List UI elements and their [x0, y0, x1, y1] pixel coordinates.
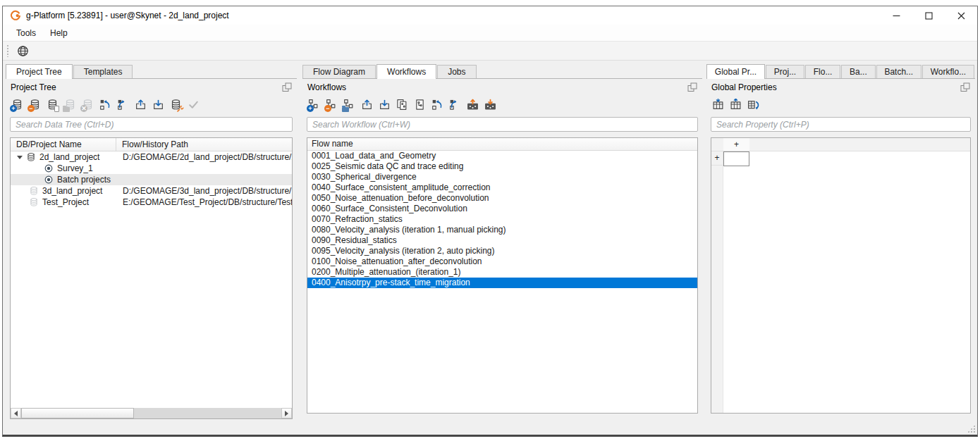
flow-name-column-header[interactable]: Flow name: [307, 138, 697, 151]
import-workflow-button[interactable]: [376, 97, 392, 113]
workflows-toolbar: + −: [302, 95, 702, 114]
global-properties-panel: Global Properties + +: [706, 78, 975, 422]
redo-button[interactable]: [447, 97, 463, 113]
paste-workflow-button[interactable]: [412, 97, 427, 113]
tree-row-3d-land-project[interactable]: 3d_land_project D:/GEOMAGE/3d_land_proje…: [11, 185, 292, 197]
empty-property-cell[interactable]: [723, 151, 749, 166]
search-data-tree-input[interactable]: [10, 117, 293, 132]
close-icon: [957, 12, 965, 20]
upload-workflow-button[interactable]: [465, 97, 480, 113]
remove-workflow-button[interactable]: −: [324, 97, 339, 113]
redo-button[interactable]: [115, 97, 130, 113]
apply-button[interactable]: [185, 97, 201, 113]
workflow-item[interactable]: 0050_Noise_attenuation_before_deconvolut…: [307, 193, 697, 204]
resize-grip[interactable]: [967, 425, 975, 433]
tree-item-label: 3d_land_project: [42, 186, 102, 196]
download-workflow-button[interactable]: [482, 97, 498, 113]
remove-database-button[interactable]: −: [27, 97, 42, 113]
tree-row-2d-land-project[interactable]: 2d_land_project D:/GEOMAGE/2d_land_proje…: [11, 151, 292, 163]
tab-batch-properties-1[interactable]: Ba...: [841, 65, 875, 78]
tab-global-properties[interactable]: Global Pr...: [706, 64, 765, 79]
undo-button[interactable]: [97, 97, 113, 113]
tree-row-survey-1[interactable]: Survey_1: [11, 163, 292, 174]
scroll-left-button[interactable]: [11, 408, 21, 418]
workflow-item[interactable]: 0070_Refraction_statics: [307, 214, 697, 225]
search-property-input[interactable]: [711, 117, 971, 132]
workflow-item[interactable]: 0040_Surface_consistent_amplitude_correc…: [307, 182, 697, 193]
workflow-search-row: [302, 114, 702, 134]
export-workflow-button[interactable]: [359, 97, 374, 113]
workflow-item[interactable]: 0025_Seismic data QC and trace editing: [307, 161, 697, 172]
add-row-button[interactable]: +: [711, 151, 723, 166]
tab-templates[interactable]: Templates: [73, 65, 133, 78]
export-properties-button[interactable]: [728, 97, 743, 113]
tab-flow-properties[interactable]: Flo...: [805, 65, 840, 78]
menu-help[interactable]: Help: [44, 26, 74, 40]
close-button[interactable]: [945, 6, 977, 25]
panel-title: Global Properties: [711, 82, 777, 92]
tree-search-row: [6, 114, 297, 134]
database-closed-icon: [29, 197, 39, 207]
scroll-right-button[interactable]: [281, 408, 292, 418]
expander-icon[interactable]: [17, 156, 23, 159]
maximize-button[interactable]: [912, 6, 945, 25]
paste-workflow-icon: [414, 99, 426, 111]
menu-tools[interactable]: Tools: [10, 26, 42, 40]
redo-icon: [449, 99, 461, 111]
tab-project-properties[interactable]: Proj...: [766, 65, 804, 78]
workflow-item[interactable]: 0030_Spherical_divergence: [307, 172, 697, 182]
menu-bar: Tools Help: [3, 25, 977, 42]
workflow-item[interactable]: 0090_Residual_statics: [307, 235, 697, 246]
column-db-project-name[interactable]: DB/Project Name: [11, 138, 116, 151]
scrollbar-thumb[interactable]: [21, 408, 134, 418]
copy-workflow-button[interactable]: [394, 97, 410, 113]
add-database-button[interactable]: +: [9, 97, 25, 113]
tab-project-tree[interactable]: Project Tree: [6, 64, 73, 79]
tab-jobs[interactable]: Jobs: [437, 65, 476, 78]
title-bar[interactable]: g-Platform [5.23891] - user@Skynet - 2d_…: [3, 6, 977, 25]
float-panel-button[interactable]: [960, 82, 970, 92]
workflow-item-selected[interactable]: 0400_Anisotrpy_pre-stack_time_migration: [307, 278, 697, 288]
float-panel-button[interactable]: [687, 82, 697, 92]
search-workflow-input[interactable]: [307, 117, 698, 132]
project-tree-panel-header: Project Tree: [6, 79, 297, 95]
app-logo-icon: [10, 10, 21, 21]
export-icon: [135, 99, 147, 111]
workflow-item[interactable]: 0080_Velocity_analysis (iteration 1, man…: [307, 225, 697, 235]
redo-icon: [117, 99, 129, 111]
workflow-item[interactable]: 0100_Noise_attenuation_after_deconvoluti…: [307, 256, 697, 267]
database-settings-button[interactable]: [168, 97, 183, 113]
tab-flow-diagram[interactable]: Flow Diagram: [302, 65, 376, 78]
export-tree-button[interactable]: [133, 97, 148, 113]
tab-workflow-properties[interactable]: Workflo...: [922, 65, 974, 78]
import-properties-button[interactable]: [710, 97, 725, 113]
tree-item-path: D:/GEOMAGE/2d_land_project/DB/structure/…: [116, 152, 292, 162]
minimize-button[interactable]: [880, 6, 912, 25]
radio-icon: [44, 163, 54, 173]
column-flow-history-path[interactable]: Flow/History Path: [116, 138, 292, 151]
workflow-item[interactable]: 0001_Load_data_and_Geometry: [307, 151, 697, 161]
refresh-properties-button[interactable]: [745, 97, 761, 113]
undo-button[interactable]: [429, 97, 445, 113]
radio-icon: [44, 175, 54, 185]
tree-row-batch-projects[interactable]: Batch projects: [11, 174, 292, 185]
copy-database-button[interactable]: [44, 97, 60, 113]
workflow-item[interactable]: 0060_Surface_Consistent_Deconvolution: [307, 204, 697, 214]
import-tree-button[interactable]: [150, 97, 166, 113]
float-panel-button[interactable]: [282, 82, 292, 92]
tab-workflows[interactable]: Workflows: [376, 64, 436, 79]
tree-row-test-project[interactable]: Test_Project E:/GEOMAGE/Test_Project/DB/…: [11, 197, 292, 208]
workflow-item[interactable]: 0095_Velocity_analysis (iteration 2, aut…: [307, 246, 697, 256]
middle-dock: Flow Diagram Workflows Jobs Workflows + …: [302, 63, 702, 422]
add-column-button[interactable]: +: [723, 138, 749, 151]
workflow-item[interactable]: 0200_Multiple_attenuation_(iteration_1): [307, 267, 697, 278]
toolbar-drag-handle[interactable]: [6, 44, 10, 57]
paste-database-button[interactable]: [62, 97, 78, 113]
add-workflow-button[interactable]: +: [306, 97, 321, 113]
horizontal-scrollbar[interactable]: [11, 408, 292, 418]
globe-button[interactable]: [14, 42, 31, 59]
scroll-right-icon: [285, 411, 288, 416]
tab-batch-properties-2[interactable]: Batch...: [876, 65, 921, 78]
open-workflow-button[interactable]: [341, 97, 357, 113]
close-database-button[interactable]: ✕: [80, 97, 95, 113]
